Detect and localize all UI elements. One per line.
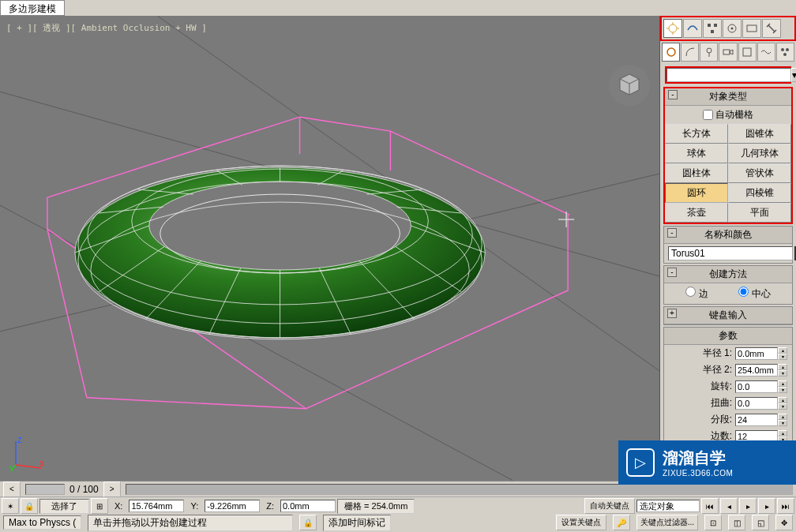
sphere-button[interactable]: 球体 xyxy=(665,144,728,163)
rotate-spinner[interactable]: ▴▾ xyxy=(735,380,787,393)
svg-point-8 xyxy=(149,182,411,270)
svg-text:x: x xyxy=(39,458,44,469)
svg-line-37 xyxy=(16,465,41,468)
center-radio[interactable]: 中心 xyxy=(738,287,770,301)
object-name-input[interactable] xyxy=(668,246,793,260)
name-color-header[interactable]: -名称和颜色 xyxy=(664,227,792,244)
svg-point-56 xyxy=(707,48,712,53)
z-field[interactable] xyxy=(280,500,336,512)
shapes-icon[interactable] xyxy=(681,43,699,62)
timeline-next-icon[interactable]: > xyxy=(103,481,121,497)
radius2-spinner[interactable]: ▴▾ xyxy=(735,364,787,377)
viewport-nav4-icon[interactable]: ✥ xyxy=(775,515,793,530)
create-tab-icon[interactable] xyxy=(663,19,682,38)
script-readout: Max to Physcs ( xyxy=(3,515,81,530)
hint-readout: 单击并拖动以开始创建过程 xyxy=(88,515,293,531)
y-field[interactable] xyxy=(205,500,260,512)
lights-icon[interactable] xyxy=(700,43,718,62)
rotate-label: 旋转: xyxy=(669,380,732,393)
pyramid-button[interactable]: 四棱锥 xyxy=(728,183,791,203)
modify-tab-icon[interactable] xyxy=(683,19,702,38)
keyboard-entry-header[interactable]: +键盘输入 xyxy=(664,307,792,324)
teapot-button[interactable]: 茶壶 xyxy=(665,203,728,223)
svg-rect-51 xyxy=(711,30,714,33)
display-tab-icon[interactable] xyxy=(742,19,761,38)
segments-label: 分段: xyxy=(669,413,732,426)
svg-text:y: y xyxy=(9,463,14,471)
radius1-spinner[interactable]: ▴▾ xyxy=(735,347,787,360)
geometry-icon[interactable] xyxy=(662,43,680,62)
command-panel: 标准基本体 ▾ -对象类型 自动栅格 长方体 圆锥体 球体 几何球体 圆柱体 管… xyxy=(660,16,796,481)
viewport-nav1-icon[interactable]: ⊡ xyxy=(704,515,722,530)
autogrid-checkbox[interactable]: 自动栅格 xyxy=(703,109,753,120)
setkey-button[interactable]: 设置关键点 xyxy=(556,515,606,530)
utilities-tab-icon[interactable] xyxy=(762,19,781,38)
geosphere-button[interactable]: 几何球体 xyxy=(728,144,791,163)
svg-rect-49 xyxy=(708,24,711,27)
primitive-dropdown[interactable]: 标准基本体 ▾ xyxy=(665,66,791,84)
selected-readout: 选择了 xyxy=(39,499,89,514)
svg-point-62 xyxy=(786,48,789,51)
svg-text:z: z xyxy=(17,435,22,445)
viewcube[interactable] xyxy=(607,63,651,107)
radius1-label: 半径 1: xyxy=(669,347,732,360)
tube-button[interactable]: 管状体 xyxy=(728,163,791,183)
x-field[interactable] xyxy=(129,500,184,512)
svg-point-61 xyxy=(781,48,784,51)
svg-point-63 xyxy=(783,53,787,56)
box-button[interactable]: 长方体 xyxy=(665,124,728,144)
dropdown-arrow-icon[interactable]: ▾ xyxy=(791,68,796,82)
lock-icon[interactable]: 🔒 xyxy=(21,498,38,514)
viewport-canvas xyxy=(0,16,659,481)
helpers-icon[interactable] xyxy=(738,43,757,62)
lock-sel-icon[interactable]: 🔒 xyxy=(299,515,317,530)
frame-readout: 0 / 100 xyxy=(69,484,99,495)
svg-point-55 xyxy=(667,48,675,56)
create-category-row xyxy=(660,41,796,63)
bottom-bar: < 0 / 100 > ✶ 🔒 选择了 ⊞ X: Y: Z: 栅格 = 254.… xyxy=(0,481,796,532)
torus-button[interactable]: 圆环 xyxy=(665,183,728,203)
svg-rect-54 xyxy=(747,25,757,32)
coord-toggle-icon[interactable]: ⊞ xyxy=(91,498,108,514)
edge-radio[interactable]: 边 xyxy=(685,287,708,301)
addtime-readout[interactable]: 添加时间标记 xyxy=(323,515,391,531)
svg-rect-58 xyxy=(723,50,730,54)
tab-polymodeling[interactable]: 多边形建模 xyxy=(0,0,65,16)
y-label: Y: xyxy=(186,501,203,511)
object-type-header[interactable]: -对象类型 xyxy=(665,88,791,106)
motion-tab-icon[interactable] xyxy=(723,19,742,38)
segments-spinner[interactable]: ▴▾ xyxy=(735,414,787,426)
viewport-nav3-icon[interactable]: ◱ xyxy=(752,515,769,530)
svg-point-53 xyxy=(731,28,734,30)
next-frame-icon[interactable]: ▸ xyxy=(758,498,775,514)
timeline-prev-icon[interactable]: < xyxy=(3,481,21,497)
cone-button[interactable]: 圆锥体 xyxy=(728,124,791,144)
autokey-button[interactable]: 自动关键点 xyxy=(584,498,635,514)
svg-marker-59 xyxy=(730,50,733,54)
twist-spinner[interactable]: ▴▾ xyxy=(735,397,787,410)
hierarchy-tab-icon[interactable] xyxy=(703,19,722,38)
systems-icon[interactable] xyxy=(776,43,794,62)
parameters-header[interactable]: 参数 xyxy=(664,328,792,345)
name-color-rollout: -名称和颜色 xyxy=(663,226,793,264)
plane-button[interactable]: 平面 xyxy=(728,203,791,223)
cameras-icon[interactable] xyxy=(719,43,737,62)
watermark: ▷ 溜溜自学ZIXUE.3D66.COM xyxy=(618,440,796,485)
cylinder-button[interactable]: 圆柱体 xyxy=(665,163,728,183)
viewport[interactable]: [ + ][ 透视 ][ Ambient Occlusion + HW ] xyxy=(0,16,660,481)
creation-method-header[interactable]: -创建方法 xyxy=(664,266,792,283)
prev-frame-icon[interactable]: ◂ xyxy=(720,498,738,514)
play-icon-btn[interactable]: ▸ xyxy=(739,498,757,514)
keymode-dropdown[interactable] xyxy=(636,500,700,512)
twist-label: 扭曲: xyxy=(669,396,732,410)
setkey-icon[interactable]: ✶ xyxy=(2,498,19,514)
timeline-slider[interactable] xyxy=(25,484,65,495)
keyfilter-button[interactable]: 关键点过滤器... xyxy=(636,515,698,530)
viewport-nav2-icon[interactable]: ◫ xyxy=(728,515,745,530)
spacewarps-icon[interactable] xyxy=(757,43,775,62)
goto-end-icon[interactable]: ⏭ xyxy=(777,498,794,514)
goto-start-icon[interactable]: ⏮ xyxy=(701,498,719,514)
key-icon[interactable]: 🔑 xyxy=(613,515,630,530)
svg-rect-60 xyxy=(743,48,751,56)
object-type-rollout: -对象类型 自动栅格 长方体 圆锥体 球体 几何球体 圆柱体 管状体 圆环 四棱… xyxy=(663,87,793,224)
